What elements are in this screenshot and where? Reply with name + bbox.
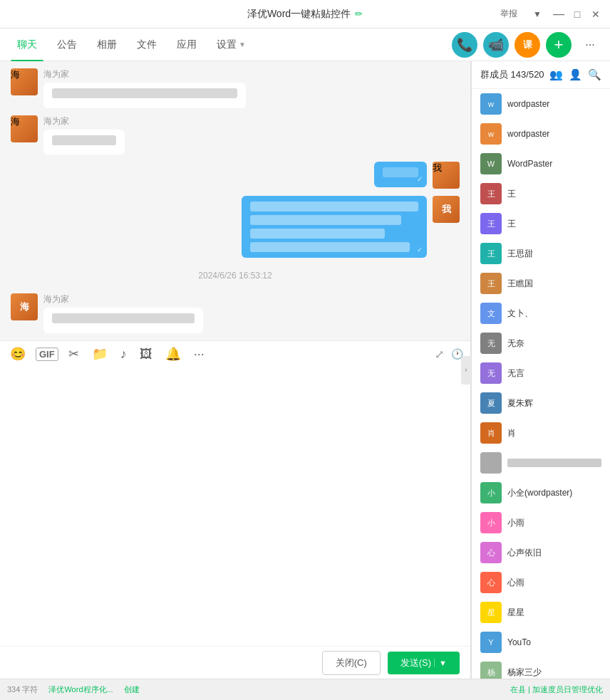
member-name: WordPaster — [507, 159, 601, 169]
member-name: 肖 — [507, 427, 601, 439]
message-input[interactable] — [0, 367, 470, 647]
member-avatar: 肖 — [480, 422, 502, 444]
member-name: wordpaster — [507, 99, 601, 109]
member-avatar: 无 — [480, 333, 502, 354]
nav-chat[interactable]: 聊天 — [7, 28, 47, 61]
member-name: 无言 — [507, 367, 601, 380]
member-avatar: 心 — [480, 542, 502, 563]
timestamp: 2024/6/26 16:53:12 — [11, 271, 460, 281]
msg-sender: 海为家 — [43, 115, 125, 127]
list-item[interactable]: 夏 夏朱辉 — [472, 388, 610, 418]
list-item[interactable]: 杨 杨家三少 — [472, 657, 610, 679]
member-name: 无奈 — [507, 338, 601, 350]
search-member-icon[interactable]: 🔍 — [588, 68, 601, 81]
more-toolbar-button[interactable]: ··· — [191, 345, 207, 363]
more-options-button[interactable]: ··· — [577, 32, 603, 58]
report-button[interactable]: 举报 — [496, 6, 522, 21]
member-name: 小全(wordpaster) — [507, 487, 601, 499]
member-name: 夏朱辉 — [507, 397, 601, 409]
faces-icon[interactable]: 👥 — [549, 68, 563, 81]
send-dropdown-arrow[interactable]: ▼ — [434, 659, 447, 667]
list-item[interactable]: 王 王思甜 — [472, 239, 610, 268]
edit-title-icon[interactable]: ✏ — [355, 9, 363, 19]
more-icon: ··· — [585, 38, 594, 51]
member-title: 群成员 143/520 — [480, 68, 544, 81]
course-button[interactable]: 课 — [515, 32, 540, 58]
image-button[interactable]: 🖼 — [137, 345, 155, 363]
input-bottom: 关闭(C) 发送(S) ▼ — [0, 646, 470, 679]
nav-files[interactable]: 文件 — [127, 28, 167, 61]
list-item[interactable]: 星 星星 — [472, 597, 610, 627]
send-label: 发送(S) — [400, 657, 431, 669]
msg-bubble5 — [43, 308, 203, 333]
dropdown-icon[interactable]: ▼ — [529, 8, 546, 21]
member-name: 文卜、 — [507, 308, 601, 320]
read-icon2: ✓ — [417, 244, 423, 255]
list-item[interactable]: 无 无言 — [472, 358, 610, 388]
add-button[interactable]: + — [546, 32, 572, 58]
close-button[interactable]: ✕ — [590, 9, 601, 20]
message-row-right: 我 ✓ — [11, 196, 460, 258]
member-avatar: 小 — [480, 512, 502, 533]
list-item[interactable]: 小 小全(wordpaster) — [472, 478, 610, 508]
video-call-button[interactable]: 📹 — [483, 32, 509, 58]
message-row: 海 海为家 — [11, 68, 460, 108]
list-item[interactable]: 王 王 — [472, 179, 610, 209]
list-item[interactable]: 心 心声依旧 — [472, 538, 610, 568]
scissors-button[interactable]: ✂ — [66, 345, 82, 363]
list-item[interactable]: 肖 肖 — [472, 418, 610, 448]
group-link[interactable]: 泽优Word程序化... — [48, 684, 113, 695]
close-chat-button[interactable]: 关闭(C) — [322, 651, 381, 675]
send-button[interactable]: 发送(S) ▼ — [388, 652, 460, 674]
nav-apps[interactable]: 应用 — [167, 28, 207, 61]
course-label: 课 — [523, 38, 532, 51]
messages-list: 海 海为家 海 海为家 我 — [0, 61, 470, 340]
member-name: 星星 — [507, 607, 601, 619]
phone-call-button[interactable]: 📞 — [452, 32, 477, 58]
music-button[interactable]: ♪ — [118, 345, 130, 363]
msg-content: 海为家 — [43, 115, 125, 155]
folder-button[interactable]: 📁 — [89, 345, 110, 363]
list-item[interactable]: 心 心雨 — [472, 568, 610, 597]
msg-sender5: 海为家 — [43, 293, 203, 305]
member-name: 杨家三少 — [507, 667, 601, 679]
member-name: 王 — [507, 188, 601, 200]
list-item[interactable]: Y YouTo — [472, 627, 610, 657]
maximize-button[interactable]: □ — [572, 9, 583, 20]
list-item[interactable]: w wordpaster — [472, 89, 610, 119]
member-name: 王瞧国 — [507, 278, 601, 290]
list-item[interactable]: 文 文卜、 — [472, 298, 610, 328]
list-item[interactable]: 无 无奈 — [472, 328, 610, 358]
window-title: 泽优Word一键粘贴控件 — [247, 8, 351, 21]
list-item[interactable]: 小 小雨 — [472, 508, 610, 538]
read-icon: ✓ — [417, 174, 423, 184]
nav-settings[interactable]: 设置 ▼ — [207, 28, 256, 61]
member-avatar: w — [480, 123, 502, 145]
list-item[interactable] — [472, 448, 610, 478]
avatar-self: 我 — [433, 162, 460, 189]
member-avatar: 无 — [480, 362, 502, 384]
msg-sender: 海为家 — [43, 68, 246, 80]
member-avatar: 杨 — [480, 662, 502, 679]
create-label[interactable]: 创建 — [124, 684, 140, 695]
nav-announcement[interactable]: 公告 — [47, 28, 87, 61]
video-icon: 📹 — [488, 37, 504, 53]
emoji-button[interactable]: 😊 — [7, 345, 29, 363]
member-avatar: Y — [480, 632, 502, 653]
bell-button[interactable]: 🔔 — [162, 345, 184, 363]
nav-right-icons: 📞 📹 课 + ··· — [452, 32, 603, 58]
list-item[interactable]: 王 王 — [472, 209, 610, 239]
member-manage-link[interactable]: 在县 | 加速度员日管理优化 — [510, 684, 603, 695]
add-member-icon[interactable]: 👤 — [569, 68, 582, 81]
list-item[interactable]: W WordPaster — [472, 149, 610, 179]
minimize-button[interactable]: — — [553, 9, 564, 20]
list-item[interactable]: 王 王瞧国 — [472, 268, 610, 298]
gif-button[interactable]: GIF — [36, 348, 58, 361]
expand-button[interactable]: ⤢ — [435, 348, 444, 361]
message-row: 海 海为家 — [11, 115, 460, 155]
chat-area: 海 海为家 海 海为家 我 — [0, 61, 471, 679]
panel-collapse-button[interactable]: › — [461, 356, 471, 385]
list-item[interactable]: w wordpaster — [472, 119, 610, 149]
add-icon: + — [554, 36, 564, 54]
nav-album[interactable]: 相册 — [87, 28, 127, 61]
